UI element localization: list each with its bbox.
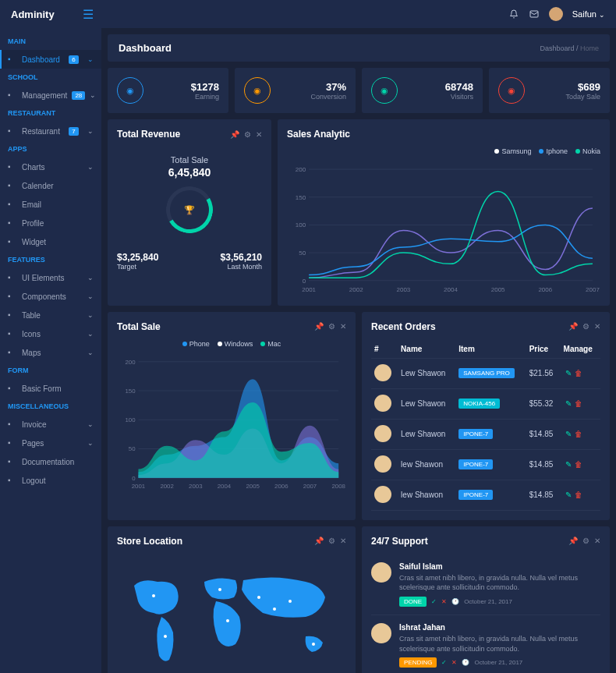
sidebar-item[interactable]: ▪UI Elements⌄	[0, 268, 101, 287]
pin-icon[interactable]: 📌	[568, 322, 578, 331]
cell-name: lew Shawon	[398, 449, 455, 480]
gear-icon[interactable]: ⚙	[328, 537, 335, 545]
sidebar-section-head: SCHOOL	[0, 69, 101, 86]
edit-icon[interactable]: ✎	[565, 369, 572, 377]
nav-icon: ▪	[8, 162, 17, 172]
support-name: Ishrat Jahan	[399, 623, 600, 632]
close-icon[interactable]: ✕	[594, 537, 600, 545]
user-menu[interactable]: Saifun ⌄	[572, 9, 605, 19]
mail-icon[interactable]	[529, 9, 540, 19]
close-icon[interactable]: ✕	[594, 322, 600, 331]
pin-icon[interactable]: 📌	[314, 537, 324, 545]
chevron-down-icon: ⌄	[87, 420, 94, 428]
count-badge: 6	[69, 55, 78, 64]
svg-text:100: 100	[296, 221, 306, 228]
menu-toggle-icon[interactable]: ☰	[83, 7, 94, 22]
nav-icon: ▪	[8, 90, 17, 100]
sidebar-label: Restaurant	[22, 127, 60, 136]
svg-text:2001: 2001	[302, 286, 316, 293]
svg-text:150: 150	[125, 388, 136, 395]
clock-icon: 🕐	[451, 598, 459, 605]
sidebar-item[interactable]: ▪Calender	[0, 176, 101, 195]
delete-icon[interactable]: 🗑	[575, 491, 582, 499]
status-badge: PENDING	[399, 657, 437, 668]
svg-text:2003: 2003	[189, 483, 203, 490]
svg-text:50: 50	[299, 250, 306, 257]
status-badge: DONE	[399, 597, 427, 607]
sidebar-item[interactable]: ▪Widget	[0, 232, 101, 251]
sidebar-item[interactable]: ▪Dashboard6⌄	[0, 50, 101, 69]
close-icon[interactable]: ✕	[340, 537, 346, 545]
sidebar-item[interactable]: ▪Management28⌄	[0, 86, 101, 104]
sidebar-item[interactable]: ▪Icons⌄	[0, 324, 101, 343]
edit-icon[interactable]: ✎	[565, 460, 572, 469]
nav-icon: ▪	[8, 476, 17, 485]
support-text: Cras sit amet nibh libero, in gravida nu…	[399, 573, 600, 593]
table-row: Lew ShawonIPONE-7$14.85✎🗑	[371, 419, 600, 449]
sidebar-item[interactable]: ▪Profile	[0, 214, 101, 232]
delete-icon[interactable]: 🗑	[575, 399, 582, 408]
sidebar-section-head: FEATURES	[0, 251, 101, 268]
gear-icon[interactable]: ⚙	[582, 322, 589, 331]
col-head: Manage	[561, 340, 600, 359]
stat-label: Earning	[191, 93, 219, 101]
sidebar-item[interactable]: ▪Pages⌄	[0, 434, 101, 452]
edit-icon[interactable]: ✎	[565, 430, 572, 438]
card-title: Sales Analytic	[287, 129, 350, 140]
gear-icon[interactable]: ⚙	[244, 130, 251, 139]
cell-name: Lew Shawon	[398, 419, 455, 449]
sidebar-label: Invoice	[22, 420, 47, 429]
stat-card: ◉$1278Earning	[108, 68, 228, 113]
sidebar-item[interactable]: ▪Charts⌄	[0, 158, 101, 176]
col-head: #	[371, 340, 398, 359]
avatar	[371, 562, 391, 583]
svg-text:2003: 2003	[396, 286, 410, 293]
bell-icon[interactable]	[508, 9, 519, 19]
edit-icon[interactable]: ✎	[565, 491, 572, 499]
edit-icon[interactable]: ✎	[565, 399, 572, 408]
area-chart: 0501001502002001200220032004200520062007…	[117, 354, 346, 491]
close-icon[interactable]: ✕	[256, 130, 262, 139]
delete-icon[interactable]: 🗑	[575, 460, 582, 469]
stat-icon: ◉	[371, 77, 398, 104]
sidebar-item[interactable]: ▪Maps⌄	[0, 343, 101, 362]
cell-price: $21.56	[526, 358, 561, 388]
check-icon[interactable]: ✓	[431, 598, 437, 605]
close-icon[interactable]: ✕	[441, 598, 447, 605]
svg-text:50: 50	[129, 445, 136, 452]
nav-icon: ▪	[8, 310, 17, 320]
item-tag: IPONE-7	[458, 490, 493, 500]
gear-icon[interactable]: ⚙	[582, 537, 589, 545]
sidebar-item[interactable]: ▪Logout	[0, 471, 101, 490]
sidebar-item[interactable]: ▪Documentation	[0, 452, 101, 471]
gear-icon[interactable]: ⚙	[328, 322, 335, 331]
delete-icon[interactable]: 🗑	[575, 369, 582, 377]
card-title: Recent Orders	[371, 321, 436, 332]
sidebar-item[interactable]: ▪Restaurant7⌄	[0, 122, 101, 140]
sales-line-chart: 0501001502002001200220032004200520062007	[287, 161, 600, 295]
close-icon[interactable]: ✕	[451, 659, 457, 666]
stat-card: ◉37%Conversion	[235, 68, 356, 113]
world-map[interactable]	[117, 554, 346, 673]
stat-label: Conversion	[310, 93, 346, 101]
sidebar-item[interactable]: ▪Components⌄	[0, 287, 101, 306]
pin-icon[interactable]: 📌	[568, 537, 578, 545]
page-header: Dashboard Dashboard / Home	[108, 34, 610, 62]
sidebar-item[interactable]: ▪Basic Form	[0, 379, 101, 398]
delete-icon[interactable]: 🗑	[575, 430, 582, 438]
col-head: Item	[455, 340, 526, 359]
chevron-down-icon: ⌄	[87, 163, 94, 171]
sidebar-label: Charts	[22, 163, 44, 172]
close-icon[interactable]: ✕	[340, 322, 346, 331]
pin-icon[interactable]: 📌	[314, 322, 324, 331]
pin-icon[interactable]: 📌	[230, 130, 239, 139]
svg-text:150: 150	[296, 194, 306, 201]
sidebar-item[interactable]: ▪Table⌄	[0, 306, 101, 324]
brand-logo[interactable]: Adminity	[11, 9, 55, 20]
nav-icon: ▪	[8, 200, 17, 209]
support-item: Ishrat JahanCras sit amet nibh libero, i…	[371, 615, 600, 673]
sidebar-item[interactable]: ▪Invoice⌄	[0, 415, 101, 434]
avatar[interactable]	[549, 7, 563, 21]
sidebar-item[interactable]: ▪Email	[0, 195, 101, 214]
check-icon[interactable]: ✓	[441, 659, 447, 666]
